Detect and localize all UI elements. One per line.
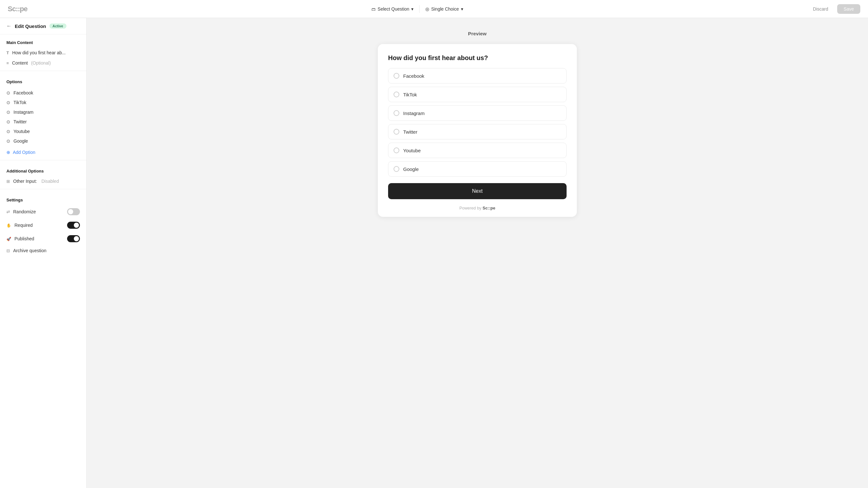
next-button[interactable]: Next <box>388 183 566 199</box>
preview-option-tiktok[interactable]: TikTok <box>388 87 566 102</box>
preview-option-youtube[interactable]: Youtube <box>388 143 566 158</box>
preview-card: How did you first hear about us? Faceboo… <box>378 44 577 217</box>
main-layout: Edit Question Active Main Content How di… <box>0 18 868 488</box>
save-button[interactable]: Save <box>837 4 860 14</box>
option-item-tiktok[interactable]: TikTok <box>0 98 86 107</box>
grid-icon <box>6 179 10 184</box>
required-toggle[interactable] <box>67 222 80 229</box>
randomize-toggle[interactable] <box>67 208 80 215</box>
check-icon-facebook <box>6 90 10 95</box>
option-item-instagram[interactable]: Instagram <box>0 107 86 117</box>
topnav-center: Select Question ▾ Single Choice ▾ <box>367 4 467 13</box>
add-option-button[interactable]: Add Option <box>0 147 86 157</box>
divider-2 <box>0 160 86 160</box>
topnav-actions: Discard Save <box>807 4 860 14</box>
preview-options: Facebook TikTok Instagram Twitter <box>388 68 566 177</box>
other-input-item[interactable]: Other Input: Disabled <box>0 176 86 186</box>
radio-youtube[interactable] <box>394 147 399 153</box>
randomize-row: Randomize <box>0 205 86 219</box>
divider-3 <box>0 189 86 189</box>
settings-label: Settings <box>0 192 86 205</box>
edit-question-title: Edit Question <box>15 24 46 29</box>
topnav: Sc::pe Select Question ▾ Single Choice ▾… <box>0 0 868 18</box>
active-badge: Active <box>50 24 66 29</box>
hand-icon <box>6 223 11 228</box>
preview-area: Preview How did you first hear about us?… <box>87 18 868 488</box>
nav-divider <box>419 5 420 13</box>
main-content-label: Main Content <box>0 34 86 48</box>
additional-options-label: Additional Options <box>0 163 86 176</box>
radio-facebook[interactable] <box>394 73 399 79</box>
option-item-google[interactable]: Google <box>0 136 86 146</box>
preview-option-facebook[interactable]: Facebook <box>388 68 566 84</box>
app-logo: Sc::pe <box>8 5 27 13</box>
preview-label: Preview <box>468 31 487 36</box>
content-item[interactable]: Content (Optional) <box>0 58 86 68</box>
preview-option-google[interactable]: Google <box>388 161 566 177</box>
preview-option-twitter[interactable]: Twitter <box>388 124 566 139</box>
back-icon[interactable] <box>6 23 11 29</box>
check-icon-instagram <box>6 110 10 115</box>
check-icon-youtube <box>6 129 10 134</box>
preview-card-inner: How did you first hear about us? Faceboo… <box>378 44 577 177</box>
published-toggle[interactable] <box>67 235 80 242</box>
required-row: Required <box>0 219 86 232</box>
check-icon-tiktok <box>6 100 10 105</box>
shield-icon <box>425 6 429 11</box>
sidebar-header: Edit Question Active <box>0 18 86 34</box>
shuffle-icon <box>6 209 10 214</box>
chevron-down-icon: ▾ <box>411 6 413 11</box>
archive-icon <box>6 248 10 253</box>
preview-option-instagram[interactable]: Instagram <box>388 105 566 121</box>
radio-google[interactable] <box>394 166 399 172</box>
question-title-item[interactable]: How did you first hear ab... <box>0 48 86 58</box>
option-item-facebook[interactable]: Facebook <box>0 88 86 98</box>
discard-button[interactable]: Discard <box>807 4 834 14</box>
divider-1 <box>0 71 86 71</box>
check-icon-twitter <box>6 119 10 124</box>
options-list: Facebook TikTok Instagram Twitter Youtub… <box>0 87 86 147</box>
select-question-button[interactable]: Select Question ▾ <box>367 4 418 13</box>
radio-twitter[interactable] <box>394 129 399 135</box>
radio-instagram[interactable] <box>394 110 399 116</box>
powered-brand: Sc::pe <box>483 206 495 210</box>
sidebar: Edit Question Active Main Content How di… <box>0 18 87 488</box>
lines-icon <box>6 61 9 65</box>
radio-tiktok[interactable] <box>394 91 399 97</box>
options-label: Options <box>0 74 86 87</box>
preview-question-title: How did you first hear about us? <box>388 54 566 62</box>
bag-icon <box>371 6 376 11</box>
plus-circle-icon <box>6 150 10 155</box>
text-icon <box>6 51 9 55</box>
published-row: Published <box>0 232 86 246</box>
check-icon-google <box>6 139 10 144</box>
option-item-twitter[interactable]: Twitter <box>0 117 86 126</box>
powered-by: Powered by Sc::pe <box>378 206 577 217</box>
option-item-youtube[interactable]: Youtube <box>0 126 86 136</box>
chevron-down-icon: ▾ <box>461 6 463 11</box>
single-choice-button[interactable]: Single Choice ▾ <box>421 4 467 13</box>
archive-item[interactable]: Archive question <box>0 246 86 256</box>
rocket-icon <box>6 236 11 241</box>
